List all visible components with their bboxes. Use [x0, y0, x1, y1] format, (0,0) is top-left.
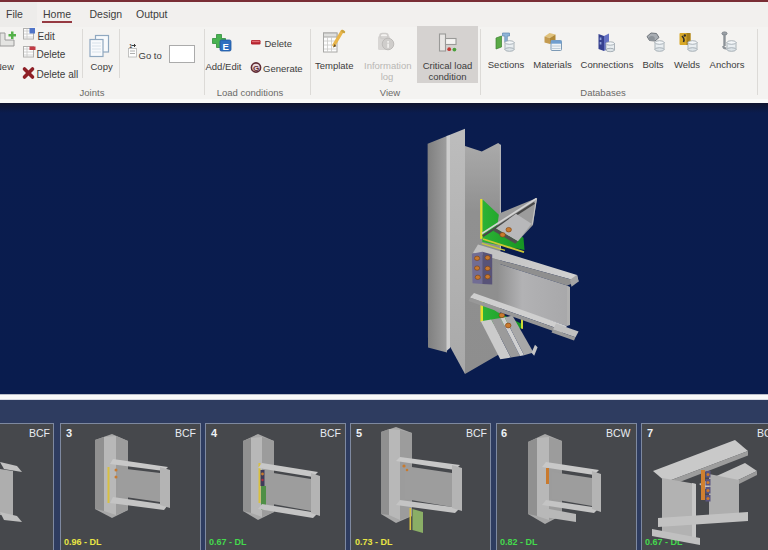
svg-text:E: E: [223, 41, 229, 52]
svg-text:G: G: [253, 64, 259, 73]
